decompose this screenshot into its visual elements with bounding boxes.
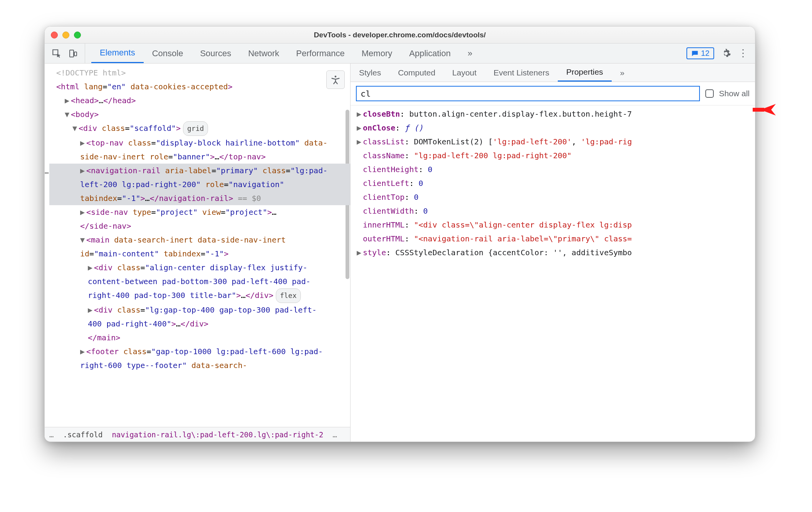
show-all-checkbox[interactable]	[705, 89, 714, 98]
dom-footer[interactable]: ▶<footer class="gap-top-1000 lg:pad-left…	[49, 345, 350, 372]
panel-tabs: Elements Console Sources Network Perform…	[85, 44, 679, 63]
window-title: DevTools - developer.chrome.com/docs/dev…	[45, 31, 755, 39]
subtab-computed[interactable]: Computed	[389, 64, 444, 82]
prop-clienttop[interactable]: clientTop: 0	[354, 190, 755, 204]
message-icon	[691, 50, 699, 57]
layout-badge-grid[interactable]: grid	[183, 121, 208, 136]
properties-filter-row: Show all	[351, 82, 755, 105]
dom-scaffold[interactable]: ▼<div class="scaffold">grid	[49, 121, 350, 136]
prop-style[interactable]: ▶style: CSSStyleDeclaration {accentColor…	[354, 246, 755, 259]
selection-marker-icon: ⋯	[45, 166, 50, 180]
panels-container: <!DOCTYPE html> <html lang="en" data-coo…	[45, 64, 755, 442]
settings-gear-icon[interactable]	[721, 49, 731, 59]
callout-arrow-icon	[753, 99, 812, 124]
prop-outerhtml[interactable]: outerHTML: "<navigation-rail aria-label=…	[354, 232, 755, 246]
subtab-layout[interactable]: Layout	[444, 64, 485, 82]
prop-closebtn[interactable]: ▶closeBtn: button.align-center.display-f…	[354, 107, 755, 121]
dom-topnav[interactable]: ▶<top-nav class="display-block hairline-…	[49, 136, 350, 164]
dom-tree[interactable]: <!DOCTYPE html> <html lang="en" data-coo…	[45, 64, 350, 427]
subtab-properties[interactable]: Properties	[558, 64, 612, 82]
dom-main-close[interactable]: </main>	[49, 331, 350, 345]
crumb-navigation-rail[interactable]: navigation-rail.lg\:pad-left-200.lg\:pad…	[107, 430, 328, 439]
crumb-ellipsis-right[interactable]: …	[328, 430, 341, 439]
prop-clientleft[interactable]: clientLeft: 0	[354, 176, 755, 190]
prop-clientheight[interactable]: clientHeight: 0	[354, 162, 755, 176]
more-menu-icon[interactable]: ⋮	[738, 51, 748, 56]
dom-main[interactable]: ▼<main data-search-inert data-side-nav-i…	[49, 233, 350, 261]
svg-point-2	[335, 76, 337, 78]
crumb-ellipsis-left[interactable]: …	[45, 430, 58, 439]
subtabs-overflow-icon[interactable]: »	[612, 64, 633, 82]
sidebar-tabs: Styles Computed Layout Event Listeners P…	[351, 64, 755, 82]
prop-clientwidth[interactable]: clientWidth: 0	[354, 204, 755, 218]
tabs-overflow-icon[interactable]: »	[459, 44, 481, 63]
prop-classlist[interactable]: ▶classList: DOMTokenList(2) ['lg:pad-lef…	[354, 135, 755, 149]
dom-html-open[interactable]: <html lang="en" data-cookies-accepted>	[49, 80, 350, 94]
dom-body[interactable]: ▼<body>	[49, 107, 350, 121]
tab-elements[interactable]: Elements	[91, 44, 144, 63]
dom-head[interactable]: ▶<head>…</head>	[49, 94, 350, 107]
prop-innerhtml[interactable]: innerHTML: "<div class=\"align-center di…	[354, 218, 755, 232]
issues-counter[interactable]: 12	[686, 47, 714, 59]
dom-titlebar-div[interactable]: ▶<div class="align-center display-flex j…	[49, 261, 350, 303]
subtab-event-listeners[interactable]: Event Listeners	[485, 64, 558, 82]
svg-rect-3	[753, 108, 764, 112]
close-window-icon[interactable]	[51, 32, 58, 38]
tab-console[interactable]: Console	[144, 44, 192, 63]
prop-onclose[interactable]: ▶onClose: ƒ ()	[354, 121, 755, 135]
elements-panel: <!DOCTYPE html> <html lang="en" data-coo…	[45, 64, 351, 442]
tab-performance[interactable]: Performance	[288, 44, 353, 63]
svg-rect-1	[74, 52, 77, 56]
properties-filter-input[interactable]	[356, 86, 700, 101]
device-toggle-icon[interactable]	[69, 49, 78, 59]
tab-memory[interactable]: Memory	[353, 44, 401, 63]
crumb-scaffold[interactable]: .scaffold	[58, 430, 107, 439]
tab-network[interactable]: Network	[240, 44, 288, 63]
issues-count: 12	[701, 49, 710, 58]
tab-application[interactable]: Application	[401, 44, 459, 63]
minimize-window-icon[interactable]	[62, 32, 69, 38]
accessibility-tree-icon[interactable]	[326, 70, 345, 89]
main-toolbar: Elements Console Sources Network Perform…	[45, 44, 755, 64]
window-titlebar: DevTools - developer.chrome.com/docs/dev…	[45, 27, 755, 44]
prop-classname[interactable]: className: "lg:pad-left-200 lg:pad-right…	[354, 149, 755, 162]
subtab-styles[interactable]: Styles	[351, 64, 389, 82]
svg-rect-0	[70, 50, 74, 57]
tab-sources[interactable]: Sources	[191, 44, 240, 63]
properties-list[interactable]: ▶closeBtn: button.align-center.display-f…	[351, 105, 755, 442]
devtools-window: DevTools - developer.chrome.com/docs/dev…	[44, 26, 755, 442]
traffic-lights	[51, 32, 81, 38]
dom-navigation-rail-selected[interactable]: ⋯ ▶<navigation-rail aria-label="primary"…	[49, 164, 350, 205]
dom-content-div[interactable]: ▶<div class="lg:gap-top-400 gap-top-300 …	[49, 303, 350, 331]
sidebar-panel: Styles Computed Layout Event Listeners P…	[351, 64, 755, 442]
breadcrumb-bar[interactable]: … .scaffold navigation-rail.lg\:pad-left…	[45, 427, 350, 442]
show-all-label: Show all	[719, 89, 750, 98]
dom-sidenav[interactable]: ▶<side-nav type="project" view="project"…	[49, 205, 350, 233]
dom-doctype: <!DOCTYPE html>	[49, 66, 350, 80]
inspect-element-icon[interactable]	[52, 49, 62, 59]
zoom-window-icon[interactable]	[74, 32, 81, 38]
layout-badge-flex[interactable]: flex	[276, 288, 301, 303]
